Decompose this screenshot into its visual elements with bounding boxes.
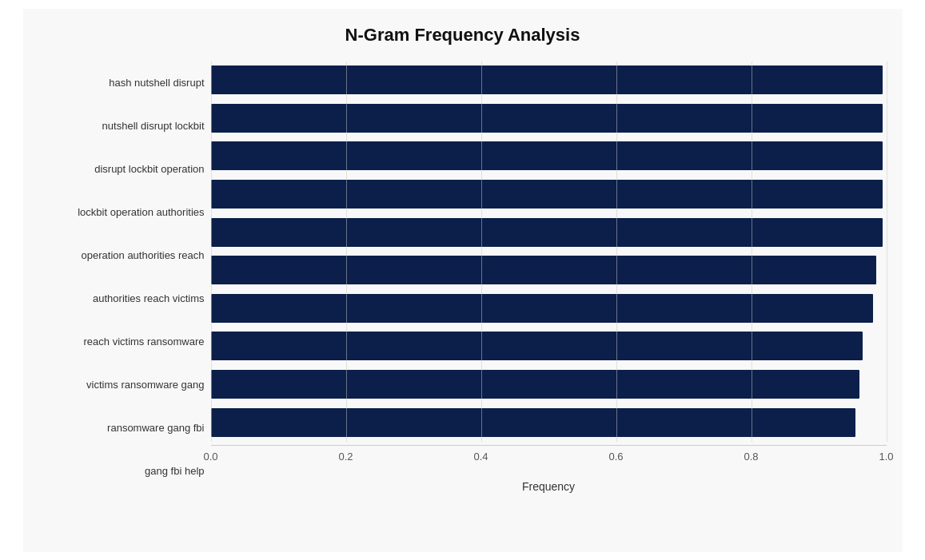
- bars-area: [211, 62, 887, 442]
- y-label: nutshell disrupt lockbit: [39, 120, 205, 133]
- grid-line: [887, 62, 887, 442]
- y-label: gang fbi help: [39, 465, 205, 478]
- bar-row: [211, 177, 887, 211]
- bar: [211, 104, 883, 133]
- x-tick: 0.8: [744, 451, 758, 463]
- bar-row: [211, 292, 887, 325]
- y-label: victims ransomware gang: [39, 379, 205, 391]
- bar-row: [211, 63, 887, 97]
- x-tick: 0.4: [473, 451, 488, 463]
- y-label: reach victims ransomware: [39, 336, 205, 348]
- bar-row: [211, 406, 887, 439]
- bar: [211, 370, 859, 399]
- y-label: lockbit operation authorities: [39, 206, 205, 219]
- y-axis: hash nutshell disruptnutshell disrupt lo…: [39, 62, 211, 493]
- bar-row: [211, 367, 887, 401]
- chart-title: N-Gram Frequency Analysis: [39, 25, 887, 46]
- y-label: authorities reach victims: [39, 292, 205, 305]
- bar: [211, 180, 883, 209]
- y-label: hash nutshell disrupt: [39, 77, 205, 89]
- bar: [211, 141, 883, 170]
- chart-area: hash nutshell disruptnutshell disrupt lo…: [39, 62, 887, 493]
- bar: [211, 408, 856, 437]
- bar: [211, 332, 863, 360]
- y-label: disrupt lockbit operation: [39, 163, 205, 176]
- y-label: ransomware gang fbi: [39, 422, 205, 435]
- x-axis-label: Frequency: [211, 480, 887, 493]
- bar: [211, 218, 883, 247]
- y-label: operation authorities reach: [39, 249, 205, 262]
- bar-row: [211, 329, 887, 363]
- x-tick: 0.0: [203, 451, 217, 463]
- bar: [211, 256, 876, 284]
- x-tick: 1.0: [879, 451, 893, 463]
- bar-row: [211, 253, 887, 287]
- x-tick: 0.6: [608, 451, 623, 463]
- x-axis: 0.00.20.40.60.81.0: [211, 445, 887, 477]
- bar-row: [211, 139, 887, 173]
- x-tick: 0.2: [338, 451, 353, 463]
- bar: [211, 294, 873, 323]
- chart-container: N-Gram Frequency Analysis hash nutshell …: [23, 9, 903, 552]
- bar-row: [211, 216, 887, 249]
- bar-row: [211, 101, 887, 135]
- bars-and-xaxis: 0.00.20.40.60.81.0 Frequency: [211, 62, 887, 493]
- bar: [211, 66, 883, 94]
